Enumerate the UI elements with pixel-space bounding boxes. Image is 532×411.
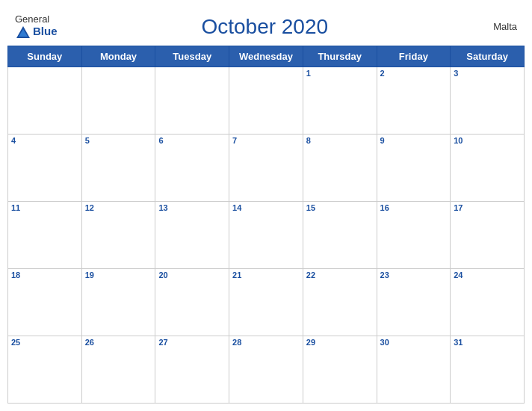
- calendar-cell: 29: [303, 336, 377, 403]
- day-number: 17: [454, 203, 521, 212]
- calendar-cell: 10: [451, 135, 525, 202]
- calendar-cell: 8: [303, 135, 377, 202]
- header-thursday: Thursday: [303, 46, 377, 67]
- day-number: 14: [232, 203, 300, 212]
- calendar-cell: 20: [155, 268, 229, 336]
- day-number: 22: [306, 271, 374, 279]
- calendar-cell: [229, 67, 303, 135]
- logo-icon: [15, 25, 31, 40]
- day-number: 12: [85, 203, 152, 212]
- day-number: 27: [158, 338, 226, 347]
- header-sunday: Sunday: [8, 46, 82, 67]
- day-number: 4: [11, 136, 78, 145]
- week-row-5: 25262728293031: [8, 336, 525, 403]
- day-number: 18: [11, 271, 78, 279]
- day-number: 15: [306, 203, 374, 212]
- day-number: 11: [11, 203, 78, 212]
- day-number: 26: [85, 338, 152, 347]
- header-saturday: Saturday: [451, 46, 525, 67]
- logo-blue-text: Blue: [15, 25, 58, 40]
- week-row-1: 123: [8, 67, 525, 135]
- calendar-cell: 31: [451, 336, 525, 403]
- day-number: 23: [380, 271, 448, 279]
- calendar-cell: 26: [81, 336, 155, 403]
- calendar-cell: 4: [8, 135, 82, 202]
- calendar-cell: 15: [303, 202, 377, 269]
- day-number: 20: [158, 271, 226, 279]
- day-number: 1: [306, 69, 374, 78]
- calendar-cell: 6: [155, 135, 229, 202]
- calendar-cell: 27: [155, 336, 229, 403]
- header-friday: Friday: [377, 46, 451, 67]
- day-number: 24: [454, 271, 521, 279]
- day-number: 3: [454, 69, 521, 78]
- calendar-cell: 25: [8, 336, 82, 403]
- day-number: 13: [158, 203, 226, 212]
- logo-general-text: General: [15, 13, 49, 25]
- day-number: 9: [380, 136, 448, 145]
- calendar-cell: 12: [81, 202, 155, 269]
- day-number: 2: [380, 69, 448, 78]
- calendar-cell: 23: [377, 268, 451, 336]
- calendar-cell: 13: [155, 202, 229, 269]
- day-number: 21: [232, 271, 300, 279]
- calendar-cell: 3: [451, 67, 525, 135]
- calendar-cell: 1: [303, 67, 377, 135]
- calendar-cell: [8, 67, 82, 135]
- header-tuesday: Tuesday: [155, 46, 229, 67]
- day-number: 25: [11, 338, 78, 347]
- header-wednesday: Wednesday: [229, 46, 303, 67]
- calendar-cell: 19: [81, 268, 155, 336]
- day-number: 5: [85, 136, 152, 145]
- day-number: 6: [158, 136, 226, 145]
- day-number: 8: [306, 136, 374, 145]
- calendar-cell: 5: [81, 135, 155, 202]
- week-row-4: 18192021222324: [8, 268, 525, 336]
- day-number: 28: [232, 338, 300, 347]
- calendar-header: General Blue October 2020 Malta: [7, 7, 525, 43]
- calendar-cell: [155, 67, 229, 135]
- day-number: 29: [306, 338, 374, 347]
- calendar-cell: 2: [377, 67, 451, 135]
- country-label: Malta: [472, 21, 517, 32]
- weekday-header-row: Sunday Monday Tuesday Wednesday Thursday…: [8, 46, 525, 67]
- calendar-cell: 18: [8, 268, 82, 336]
- calendar-cell: 17: [451, 202, 525, 269]
- day-number: 30: [380, 338, 448, 347]
- calendar-cell: 24: [451, 268, 525, 336]
- day-number: 7: [232, 136, 300, 145]
- calendar-cell: 30: [377, 336, 451, 403]
- logo: General Blue: [15, 13, 58, 40]
- calendar-table: Sunday Monday Tuesday Wednesday Thursday…: [7, 46, 525, 404]
- calendar-cell: 22: [303, 268, 377, 336]
- calendar-cell: 11: [8, 202, 82, 269]
- calendar-cell: [81, 67, 155, 135]
- header-monday: Monday: [81, 46, 155, 67]
- calendar-cell: 14: [229, 202, 303, 269]
- day-number: 16: [380, 203, 448, 212]
- calendar-cell: 21: [229, 268, 303, 336]
- week-row-2: 45678910: [8, 135, 525, 202]
- calendar-cell: 16: [377, 202, 451, 269]
- calendar-cell: 9: [377, 135, 451, 202]
- week-row-3: 11121314151617: [8, 202, 525, 269]
- day-number: 31: [454, 338, 521, 347]
- day-number: 19: [85, 271, 152, 279]
- calendar-cell: 28: [229, 336, 303, 403]
- calendar-cell: 7: [229, 135, 303, 202]
- month-title: October 2020: [58, 15, 472, 39]
- day-number: 10: [454, 136, 521, 145]
